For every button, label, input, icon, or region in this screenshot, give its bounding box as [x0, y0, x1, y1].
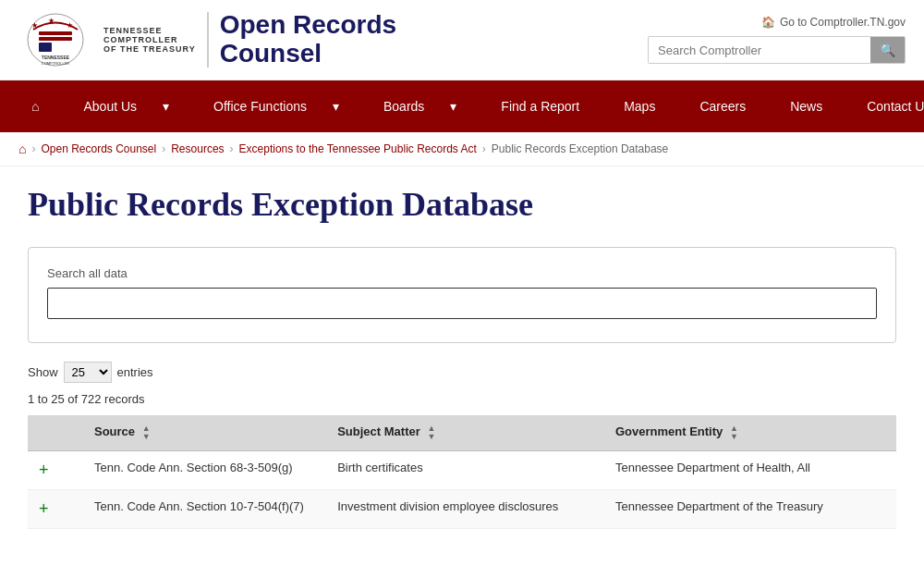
- breadcrumb-resources[interactable]: Resources: [171, 142, 224, 155]
- search-input[interactable]: [649, 38, 870, 63]
- table-row: + Tenn. Code Ann. Section 10-7-504(f)(7)…: [28, 490, 896, 529]
- search-button[interactable]: 🔍: [870, 37, 905, 63]
- sort-arrows-source: ▲▼: [142, 424, 151, 441]
- home-nav-icon: ⌂: [20, 90, 50, 123]
- breadcrumb-home-icon[interactable]: ⌂: [18, 141, 26, 156]
- nav-label-contact-us: Contact Us: [856, 90, 924, 123]
- svg-rect-2: [39, 37, 72, 41]
- nav-home[interactable]: ⌂: [9, 80, 61, 132]
- tennessee-seal-icon: ★ ★ ★ TENNESSEE COMPTROLLER: [22, 11, 89, 68]
- nav-label-maps: Maps: [613, 90, 666, 123]
- table-row: + Tenn. Code Ann. Section 68-3-509(g) Bi…: [28, 451, 896, 490]
- nav-item-boards[interactable]: Boards ▾: [361, 80, 479, 132]
- sort-arrows-entity: ▲▼: [730, 424, 738, 441]
- col-subject-matter[interactable]: Subject Matter ▲▼: [326, 415, 604, 451]
- logo-text-small: Tennessee Comptroller of the Treasury: [103, 26, 196, 54]
- expand-icon-2[interactable]: +: [39, 499, 49, 518]
- breadcrumb-sep-3: ›: [230, 142, 234, 155]
- expand-icon-1[interactable]: +: [39, 461, 49, 479]
- svg-text:TENNESSEE: TENNESSEE: [42, 55, 70, 60]
- sort-arrows-subject: ▲▼: [427, 424, 435, 441]
- logo-area: ★ ★ ★ TENNESSEE COMPTROLLER Tennessee Co…: [18, 7, 396, 72]
- search-data-label: Search all data: [47, 266, 877, 280]
- logo-title-line1: Open Records: [220, 11, 396, 40]
- nav-label-find-report: Find a Report: [490, 90, 590, 123]
- nav-label-office-functions: Office Functions: [202, 90, 318, 123]
- breadcrumb-current: Public Records Exception Database: [492, 142, 668, 155]
- records-count: 1 to 25 of 722 records: [28, 392, 896, 406]
- col-government-entity[interactable]: Government Entity ▲▼: [604, 415, 896, 451]
- breadcrumb-open-records-counsel[interactable]: Open Records Counsel: [41, 142, 156, 155]
- svg-rect-3: [39, 43, 52, 52]
- col-source[interactable]: Source ▲▼: [83, 415, 326, 451]
- search-data-input[interactable]: [47, 288, 877, 319]
- agency-line2: Comptroller: [103, 35, 196, 44]
- entity-cell-1: Tennessee Department of Health, All: [604, 451, 896, 490]
- home-icon-small: 🏠: [761, 16, 775, 29]
- nav-label-news: News: [779, 90, 833, 123]
- nav-item-careers[interactable]: Careers: [677, 80, 768, 132]
- nav-item-office-functions[interactable]: Office Functions ▾: [191, 80, 361, 132]
- logo-seal: ★ ★ ★ TENNESSEE COMPTROLLER: [18, 7, 92, 72]
- entries-label: entries: [117, 365, 153, 379]
- search-data-box: Search all data: [28, 247, 896, 343]
- breadcrumb-exceptions[interactable]: Exceptions to the Tennessee Public Recor…: [239, 142, 477, 155]
- chevron-down-icon: ▾: [439, 90, 468, 123]
- nav-item-contact-us[interactable]: Contact Us: [845, 80, 924, 132]
- logo-title: Open Records Counsel: [220, 11, 396, 68]
- header-search-box[interactable]: 🔍: [648, 36, 906, 64]
- svg-rect-1: [39, 31, 72, 35]
- show-label: Show: [28, 365, 58, 379]
- source-cell-1: Tenn. Code Ann. Section 68-3-509(g): [83, 451, 326, 490]
- agency-line3: of the Treasury: [103, 44, 196, 54]
- nav-label-careers: Careers: [688, 90, 757, 123]
- source-cell-2: Tenn. Code Ann. Section 10-7-504(f)(7): [83, 490, 326, 529]
- breadcrumb-sep-1: ›: [31, 142, 35, 155]
- nav-item-news[interactable]: News: [768, 80, 845, 132]
- subject-cell-2: Investment division employee disclosures: [326, 490, 604, 529]
- nav-item-about-us[interactable]: About Us ▾: [61, 80, 191, 132]
- nav-label-about-us: About Us: [72, 90, 148, 123]
- entity-cell-2: Tennessee Department of the Treasury: [604, 490, 896, 529]
- entries-select[interactable]: 25 50 100: [64, 362, 112, 383]
- logo-title-line2: Counsel: [220, 40, 396, 68]
- svg-text:COMPTROLLER: COMPTROLLER: [42, 61, 70, 66]
- show-entries-area: Show 25 50 100 entries: [28, 362, 896, 383]
- table-header-row: Source ▲▼ Subject Matter ▲▼ Government E…: [28, 415, 896, 451]
- data-table: Source ▲▼ Subject Matter ▲▼ Government E…: [28, 415, 896, 529]
- agency-line1: Tennessee: [103, 26, 196, 35]
- svg-text:★: ★: [31, 21, 38, 30]
- logo-divider: [207, 12, 209, 68]
- chevron-down-icon: ▾: [322, 90, 350, 123]
- main-content: Public Records Exception Database Search…: [0, 166, 924, 547]
- expand-cell-1[interactable]: +: [28, 451, 83, 490]
- table-body: + Tenn. Code Ann. Section 68-3-509(g) Bi…: [28, 451, 896, 529]
- page-title: Public Records Exception Database: [28, 185, 896, 224]
- goto-link-area[interactable]: 🏠 Go to Comptroller.TN.gov: [761, 16, 906, 29]
- top-bar: ★ ★ ★ TENNESSEE COMPTROLLER Tennessee Co…: [0, 0, 924, 80]
- breadcrumb-sep-2: ›: [162, 142, 165, 155]
- nav-item-find-report[interactable]: Find a Report: [479, 80, 602, 132]
- chevron-down-icon: ▾: [152, 90, 180, 123]
- table-header: Source ▲▼ Subject Matter ▲▼ Government E…: [28, 415, 896, 451]
- svg-text:★: ★: [67, 21, 73, 30]
- nav-bar: ⌂ About Us ▾ Office Functions ▾ Boards ▾…: [0, 80, 924, 132]
- goto-link[interactable]: Go to Comptroller.TN.gov: [780, 16, 906, 29]
- nav-item-maps[interactable]: Maps: [602, 80, 677, 132]
- nav-label-boards: Boards: [372, 90, 435, 123]
- subject-cell-1: Birth certificates: [326, 451, 604, 490]
- breadcrumb-sep-4: ›: [482, 142, 486, 155]
- expand-cell-2[interactable]: +: [28, 490, 83, 529]
- col-expand: [28, 415, 83, 451]
- breadcrumb: ⌂ › Open Records Counsel › Resources › E…: [0, 132, 924, 166]
- svg-text:★: ★: [48, 17, 55, 25]
